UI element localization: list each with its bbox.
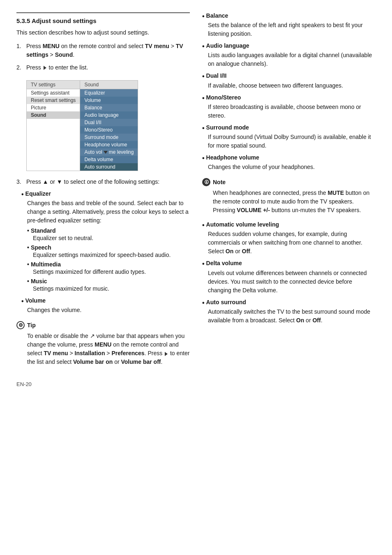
- menu-item-blank4: [27, 141, 80, 148]
- sub-bullet-standard-title: Standard: [27, 227, 190, 234]
- menu-table: TV settings Settings assistant Reset sma…: [26, 80, 138, 171]
- sub-bullet-music-title: Music: [27, 278, 190, 284]
- bullet-surround-mode-title: Surround mode: [202, 124, 376, 132]
- bullet-audio-language-content: Lists audio languages available for a di…: [208, 51, 376, 68]
- right-menu-equalizer: Equalizer: [80, 89, 138, 97]
- bullet-equalizer: Equalizer Changes the bass and treble of…: [21, 190, 190, 293]
- right-menu-dual: Dual I/II: [80, 119, 138, 126]
- menu-item-blank6: [27, 156, 80, 163]
- sub-bullet-standard-content: Equalizer set to neutral.: [33, 234, 190, 243]
- tip-header: ⚙ Tip: [16, 321, 190, 329]
- menu-item-blank3: [27, 134, 80, 141]
- page-number: EN-20: [16, 381, 32, 387]
- menu-item-settings-assistant: Settings assistant: [27, 89, 80, 97]
- sub-bullet-speech-title: Speech: [27, 244, 190, 251]
- sub-bullet-music-content: Settings maximized for music.: [33, 284, 190, 293]
- left-column: 5.3.5 Adjust sound settings This section…: [16, 12, 190, 373]
- sub-bullet-music: Music Settings maximized for music.: [27, 278, 190, 293]
- right-menu-headphone: Headphone volume: [80, 141, 138, 148]
- note-box: 🛈 Note When headphones are connected, pr…: [202, 178, 376, 215]
- right-menu-header: Sound: [80, 81, 138, 89]
- step-2-text: Press to enter the list.: [26, 63, 88, 72]
- right-menu-delta: Delta volume: [80, 156, 138, 163]
- menu-item-blank5: [27, 148, 80, 156]
- tip-content: To enable or disable the ↗ volume bar th…: [27, 332, 190, 366]
- arrow-down-icon: [104, 151, 108, 154]
- step-1-text: Press MENU on the remote control and sel…: [26, 42, 190, 59]
- bullet-auto-surround-content: Automatically switches the TV to the bes…: [208, 308, 376, 325]
- bullet-delta-volume-title: Delta volume: [202, 260, 376, 268]
- bullet-mono-stereo: Mono/Stereo If stereo broadcasting is av…: [202, 94, 376, 120]
- bullet-volume: Volume Changes the volume.: [21, 297, 190, 314]
- bullet-delta-volume-content: Levels out volume differences between ch…: [208, 269, 376, 295]
- note-icon: 🛈: [202, 178, 210, 186]
- bullet-dual-content: If available, choose between two differe…: [208, 81, 376, 90]
- step-3: 3. Press ▲ or ▼ to select one of the fol…: [16, 178, 190, 186]
- right-menu-auto-vol: Auto volme leveling: [80, 148, 138, 156]
- tip-arrow-right: [165, 352, 168, 356]
- sub-bullet-speech: Speech Equalizer settings maximized for …: [27, 244, 190, 259]
- bullet-auto-surround-title: Auto surround: [202, 299, 376, 307]
- section-title: 5.3.5 Adjust sound settings: [16, 12, 190, 24]
- tip-label: Tip: [27, 322, 36, 328]
- bullet-headphone-volume: Headphone volume Changes the volume of y…: [202, 154, 376, 171]
- right-menu-surround: Surround mode: [80, 134, 138, 141]
- bullet-auto-surround: Auto surround Automatically switches the…: [202, 299, 376, 325]
- intro-text: This section describes how to adjust sou…: [16, 28, 190, 37]
- bullet-equalizer-title: Equalizer: [21, 190, 190, 198]
- right-menu-volume: Volume: [80, 97, 138, 104]
- menu-item-sound: Sound: [27, 111, 80, 119]
- bullet-auto-vol-content: Reduces sudden volume changes, for examp…: [208, 230, 376, 256]
- right-menu-balance: Balance: [80, 104, 138, 111]
- note-header: 🛈 Note: [202, 178, 376, 186]
- bullet-volume-title: Volume: [21, 297, 190, 305]
- right-menu-col: Sound Equalizer Volume Balance Audio lan…: [80, 81, 138, 171]
- step-1: 1. Press MENU on the remote control and …: [16, 42, 190, 59]
- step-3-text: Press ▲ or ▼ to select one of the follow…: [26, 178, 159, 186]
- menu-item-reset: Reset smart settings: [27, 97, 80, 104]
- bullet-balance-title: Balance: [202, 12, 376, 20]
- tip-icon: ⚙: [16, 321, 25, 329]
- page-container: 5.3.5 Adjust sound settings This section…: [16, 12, 376, 373]
- bullet-volume-content: Changes the volume.: [27, 306, 190, 314]
- tip-box: ⚙ Tip To enable or disable the ↗ volume …: [16, 321, 190, 366]
- bullet-audio-language-title: Audio language: [202, 42, 376, 50]
- bullet-auto-vol: Automatic volume leveling Reduces sudden…: [202, 221, 376, 256]
- menu-item-blank7: [27, 163, 80, 171]
- menu-item-blank1: [27, 119, 80, 126]
- bullet-headphone-volume-content: Changes the volume of your headphones.: [208, 163, 376, 171]
- step-2: 2. Press to enter the list.: [16, 63, 190, 72]
- sub-bullet-multimedia-title: Multimedia: [27, 261, 190, 268]
- bullet-mono-stereo-content: If stereo broadcasting is available, cho…: [208, 103, 376, 120]
- left-menu-col: TV settings Settings assistant Reset sma…: [27, 81, 80, 171]
- bullet-dual: Dual I/II If available, choose between t…: [202, 72, 376, 90]
- bullet-surround-mode: Surround mode If surround sound (Virtual…: [202, 124, 376, 150]
- sub-bullet-multimedia: Multimedia Settings maximized for differ…: [27, 261, 190, 276]
- bullet-headphone-volume-title: Headphone volume: [202, 154, 376, 162]
- menu-item-picture: Picture: [27, 104, 80, 111]
- bullet-dual-title: Dual I/II: [202, 72, 376, 80]
- menu-item-blank2: [27, 126, 80, 134]
- bullet-balance: Balance Sets the balance of the left and…: [202, 12, 376, 38]
- step-1-num: 1.: [16, 42, 24, 59]
- sub-bullet-multimedia-content: Settings maximized for different audio t…: [33, 268, 190, 276]
- bullet-equalizer-content: Changes the bass and treble of the sound…: [27, 199, 190, 225]
- right-menu-mono: Mono/Stereo: [80, 126, 138, 134]
- bullet-surround-mode-content: If surround sound (Virtual Dolby Surroun…: [208, 133, 376, 150]
- step-3-num: 3.: [16, 178, 24, 186]
- bullet-auto-vol-title: Automatic volume leveling: [202, 221, 376, 229]
- step-2-num: 2.: [16, 63, 24, 72]
- arrow-right-icon: [44, 66, 46, 70]
- right-menu-audio-language: Audio language: [80, 111, 138, 119]
- note-label: Note: [213, 179, 226, 185]
- right-menu-auto-surr: Auto surround: [80, 163, 138, 171]
- sub-bullet-speech-content: Equalizer settings maximized for speech-…: [33, 251, 190, 259]
- sub-bullet-standard: Standard Equalizer set to neutral.: [27, 227, 190, 243]
- page-footer: EN-20: [16, 381, 376, 387]
- right-column: Balance Sets the balance of the left and…: [202, 12, 376, 373]
- bullet-delta-volume: Delta volume Levels out volume differenc…: [202, 260, 376, 294]
- left-menu-header: TV settings: [27, 81, 80, 89]
- bullet-balance-content: Sets the balance of the left and right s…: [208, 21, 376, 38]
- bullet-audio-language: Audio language Lists audio languages ava…: [202, 42, 376, 68]
- note-content: When headphones are connected, press the…: [213, 189, 376, 215]
